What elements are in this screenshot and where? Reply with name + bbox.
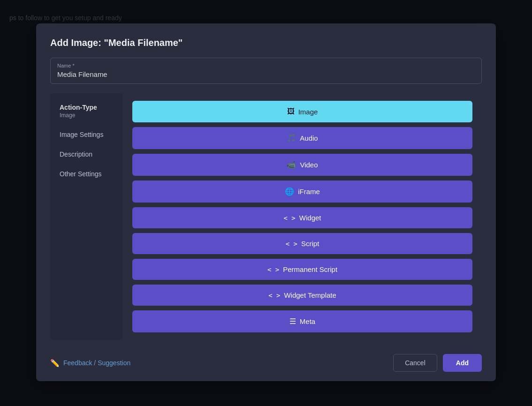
action-btn-video-label: Video — [300, 161, 318, 169]
name-field-wrapper[interactable]: Name * Media Filename — [50, 58, 482, 84]
sidebar-item-action-type[interactable]: Action-Type Image — [52, 98, 121, 124]
sidebar: Action-Type Image Image Settings Descrip… — [50, 93, 123, 340]
action-btn-audio-label: Audio — [300, 134, 318, 142]
add-button[interactable]: Add — [443, 354, 482, 372]
action-btn-meta[interactable]: ☰ Meta — [132, 310, 472, 332]
action-btn-widget-template-label: Widget Template — [284, 291, 336, 299]
sidebar-item-image-settings[interactable]: Image Settings — [52, 125, 121, 144]
widget-icon: < > — [284, 214, 296, 222]
footer-buttons: Cancel Add — [393, 354, 482, 372]
action-btn-video[interactable]: 📹 Video — [132, 154, 472, 176]
widget-template-icon: < > — [268, 292, 280, 299]
action-btn-widget-template[interactable]: < > Widget Template — [132, 285, 472, 306]
name-value: Media Filename — [57, 70, 107, 78]
action-btn-widget[interactable]: < > Widget — [132, 207, 472, 228]
action-btn-image-label: Image — [298, 108, 318, 116]
sidebar-image-settings-label: Image Settings — [60, 131, 103, 138]
sidebar-item-other-settings[interactable]: Other Settings — [52, 165, 121, 183]
action-btn-image[interactable]: 🖼 Image — [132, 101, 472, 122]
name-label: Name * — [57, 63, 475, 68]
action-btn-script-label: Script — [301, 240, 319, 248]
sidebar-action-type-title: Action-Type — [60, 104, 114, 111]
feedback-icon: ✏️ — [50, 359, 60, 368]
feedback-label: Feedback / Suggestion — [63, 359, 130, 367]
action-types-panel: 🖼 Image 🎵 Audio 📹 Video 🌐 iFrame < > Wid… — [123, 93, 482, 340]
sidebar-other-settings-label: Other Settings — [60, 170, 102, 178]
audio-icon: 🎵 — [287, 134, 296, 143]
iframe-icon: 🌐 — [285, 187, 294, 196]
action-btn-permanent-script[interactable]: < > Permanent Script — [132, 259, 472, 280]
sidebar-item-description[interactable]: Description — [52, 145, 121, 164]
video-icon: 📹 — [287, 160, 296, 169]
script-icon: < > — [286, 240, 297, 248]
dialog-body: Action-Type Image Image Settings Descrip… — [50, 93, 482, 340]
feedback-link[interactable]: ✏️ Feedback / Suggestion — [50, 359, 130, 368]
meta-icon: ☰ — [289, 317, 296, 326]
action-btn-widget-label: Widget — [299, 214, 321, 222]
image-icon: 🖼 — [287, 107, 295, 116]
sidebar-description-label: Description — [60, 150, 92, 158]
dialog: Add Image: "Media Filename" Name * Media… — [36, 23, 496, 381]
action-btn-iframe-label: iFrame — [298, 188, 320, 195]
action-btn-permanent-script-label: Permanent Script — [283, 265, 337, 273]
dialog-title: Add Image: "Media Filename" — [50, 38, 482, 48]
permanent-script-icon: < > — [267, 266, 279, 273]
sidebar-action-type-subtitle: Image — [60, 112, 114, 119]
action-btn-script[interactable]: < > Script — [132, 233, 472, 254]
action-btn-audio[interactable]: 🎵 Audio — [132, 127, 472, 149]
dialog-footer: ✏️ Feedback / Suggestion Cancel Add — [50, 349, 482, 372]
cancel-button[interactable]: Cancel — [393, 354, 437, 372]
action-btn-meta-label: Meta — [300, 317, 315, 325]
action-btn-iframe[interactable]: 🌐 iFrame — [132, 180, 472, 203]
